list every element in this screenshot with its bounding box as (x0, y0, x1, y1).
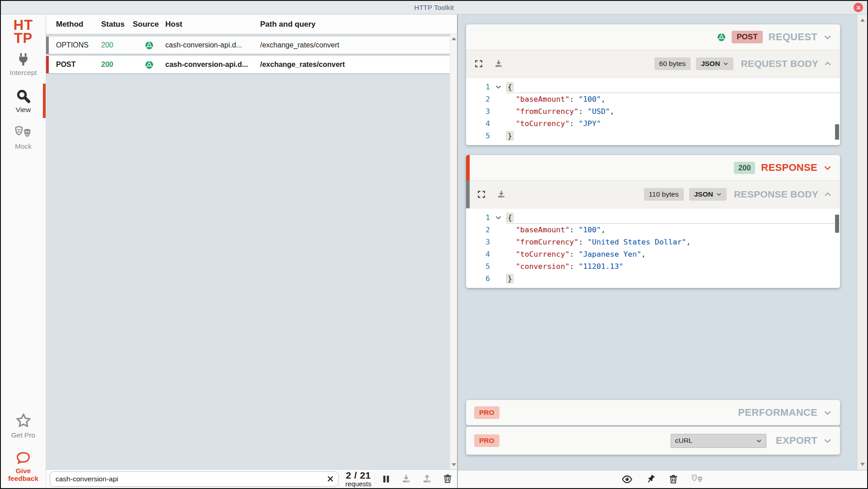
editor-scrollbar-thumb[interactable] (835, 215, 839, 233)
method-cell: OPTIONS (56, 41, 101, 49)
response-card-header[interactable]: 200 RESPONSE (466, 155, 840, 180)
export-card: PRO cURL EXPORT (466, 427, 840, 455)
sidebar-item-label: Get Pro (11, 431, 35, 439)
fold-toggle-icon[interactable] (495, 214, 502, 221)
request-counter: 2 / 21 requests (341, 470, 376, 487)
sidebar-item-get-pro[interactable]: Get Pro (1, 408, 46, 443)
pause-icon (382, 474, 391, 484)
chrome-icon (145, 61, 154, 69)
detail-toolbar (458, 470, 867, 488)
request-body-title: REQUEST BODY (741, 58, 818, 69)
expand-body-button[interactable] (477, 190, 486, 199)
table-header: MethodStatusSourceHostPath and query (46, 14, 457, 34)
line-number: 5 (466, 132, 495, 140)
table-scrollbar[interactable] (450, 34, 457, 469)
line-number: 1 (466, 213, 495, 222)
download-body-button[interactable] (497, 190, 506, 199)
detail-content: POST REQUEST (458, 14, 867, 470)
request-card-header[interactable]: POST REQUEST (466, 24, 840, 50)
sidebar-item-intercept[interactable]: Intercept (1, 47, 46, 81)
code-text: "baseAmount": "100", (507, 226, 840, 234)
sidebar-item-mock[interactable]: Mock (1, 121, 46, 155)
source-cell (133, 41, 165, 50)
code-line: 3 "fromCurrency": "United States Dollar"… (466, 236, 840, 248)
sidebar-item-give-feedback[interactable]: Give feedback (1, 446, 46, 486)
close-button[interactable] (854, 3, 863, 12)
scroll-up-arrow[interactable] (860, 19, 865, 22)
chrome-icon (145, 41, 154, 50)
response-card: 200 RESPONSE (466, 155, 840, 288)
detail-pane: POST REQUEST (458, 14, 867, 488)
performance-card-header[interactable]: PRO PERFORMANCE (466, 400, 840, 425)
code-text: { (507, 81, 840, 93)
chevron-down-icon (716, 192, 722, 197)
response-body-title: RESPONSE BODY (734, 189, 818, 200)
panel-scrollbar[interactable] (857, 14, 867, 470)
fold-toggle[interactable] (495, 214, 507, 221)
export-format-select[interactable]: cURL (671, 434, 766, 448)
clear-requests-button[interactable] (443, 474, 453, 484)
scroll-up-arrow[interactable] (452, 37, 456, 40)
expand-body-button[interactable] (474, 59, 483, 68)
body-format-select[interactable]: JSON (696, 57, 733, 70)
import-requests-button[interactable] (422, 474, 432, 484)
column-header-path-and-query[interactable]: Path and query (260, 20, 457, 29)
mock-request-button[interactable] (691, 474, 704, 484)
code-text: } (507, 132, 840, 140)
masks-icon (691, 474, 704, 484)
code-text: "toCurrency": "JPY" (507, 119, 840, 128)
fold-toggle-icon[interactable] (495, 84, 502, 90)
host-cell: cash-conversion-api.d... (165, 61, 260, 69)
fold-toggle[interactable] (495, 84, 507, 90)
editor-scrollbar-thumb[interactable] (835, 124, 839, 140)
httptoolkit-logo: HT TP (14, 19, 33, 45)
chevron-up-icon (824, 190, 832, 198)
main-area: HT TP Intercept View (1, 14, 867, 488)
method-cell: POST (56, 61, 101, 69)
search-input[interactable] (50, 471, 339, 487)
code-line: 4 "toCurrency": "JPY" (466, 118, 840, 130)
body-size-badge: 60 bytes (654, 57, 691, 70)
request-card: POST REQUEST (466, 24, 840, 145)
sidebar-item-view[interactable]: View (1, 84, 46, 118)
export-card-header[interactable]: PRO cURL EXPORT (466, 427, 840, 455)
save-requests-button[interactable] (401, 474, 411, 484)
chevron-down-icon (756, 438, 762, 444)
scroll-down-arrow[interactable] (860, 463, 865, 466)
response-title: RESPONSE (761, 162, 817, 174)
expand-performance-button[interactable] (823, 409, 832, 417)
collapse-response-body-button[interactable] (824, 190, 832, 198)
resend-view-button[interactable] (621, 474, 633, 485)
column-header-host[interactable]: Host (165, 20, 260, 29)
code-line: 3 "fromCurrency": "USD", (466, 105, 840, 118)
scroll-down-arrow[interactable] (452, 463, 456, 466)
table-row[interactable]: OPTIONS200 cash-conversion-api.d.../exch… (46, 37, 457, 54)
collapse-request-body-button[interactable] (824, 60, 832, 68)
column-header-source[interactable]: Source (133, 20, 165, 29)
code-line: 2 "baseAmount": "100", (466, 93, 840, 105)
code-line: 1{ (466, 81, 840, 93)
clear-search-button[interactable] (327, 475, 334, 482)
table-row[interactable]: POST200 cash-conversion-api.d.../exchang… (46, 56, 457, 73)
expand-export-button[interactable] (823, 437, 832, 445)
app-window: HTTP Toolkit HT TP Intercept (0, 0, 868, 489)
collapse-request-button[interactable] (823, 33, 832, 42)
response-status-tab (466, 155, 470, 180)
column-header-method[interactable]: Method (56, 20, 101, 29)
table-body: OPTIONS200 cash-conversion-api.d.../exch… (46, 34, 457, 469)
sidebar: HT TP Intercept View (1, 14, 46, 488)
search-icon (15, 88, 31, 104)
code-text: { (507, 212, 840, 224)
trash-icon (443, 474, 453, 484)
column-header-status[interactable]: Status (101, 20, 133, 29)
download-icon (497, 190, 506, 199)
body-format-select[interactable]: JSON (689, 188, 727, 201)
response-body-editor[interactable]: 1{2 "baseAmount": "100",3 "fromCurrency"… (466, 208, 840, 288)
code-text: "fromCurrency": "USD", (507, 107, 840, 116)
pin-request-button[interactable] (645, 474, 656, 484)
delete-request-button[interactable] (668, 474, 678, 484)
download-body-button[interactable] (494, 59, 503, 68)
collapse-response-button[interactable] (823, 164, 832, 172)
request-body-editor[interactable]: 1{2 "baseAmount": "100",3 "fromCurrency"… (466, 78, 840, 145)
pause-intercept-button[interactable] (382, 474, 391, 484)
